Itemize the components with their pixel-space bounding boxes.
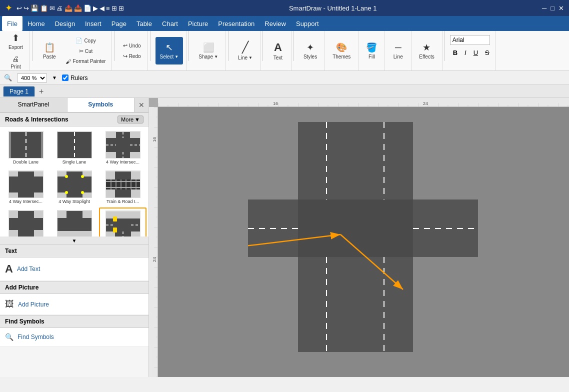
more-button[interactable]: More ▼ xyxy=(118,116,144,124)
styles-label: Styles xyxy=(304,54,317,60)
menu-item-home[interactable]: Home xyxy=(22,16,50,31)
strikethrough-button[interactable]: S xyxy=(482,48,492,58)
rulers-checkbox-label[interactable]: Rulers xyxy=(62,74,88,82)
line-style-button[interactable]: ─ Line xyxy=(388,37,408,64)
styles-button[interactable]: ✦ Styles xyxy=(299,37,322,64)
symbols-tab[interactable]: Symbols xyxy=(68,98,135,112)
export-button[interactable]: ⬆ Export xyxy=(5,30,26,52)
svg-rect-47 xyxy=(113,228,117,232)
symbol-t-intersection-1[interactable]: T-Intersection xyxy=(50,208,98,236)
canvas-content[interactable] xyxy=(158,107,569,377)
symbol-4way-stoplight[interactable]: 4 Way Stoplight xyxy=(50,168,98,206)
qa-doc1[interactable]: 📄 xyxy=(84,4,92,12)
fill-group: 🪣 Fill xyxy=(358,31,385,70)
svg-point-22 xyxy=(81,191,84,194)
underline-button[interactable]: U xyxy=(470,48,481,58)
paste-button[interactable]: 📋 Paste xyxy=(38,36,62,66)
symbol-4way-1[interactable]: 4 Way Intersec... xyxy=(99,128,146,167)
select-button[interactable]: ↖ Select ▼ xyxy=(156,37,184,64)
svg-rect-15 xyxy=(9,176,43,192)
svg-point-20 xyxy=(81,175,84,178)
zoom-dropdown-icon[interactable]: ▼ xyxy=(52,75,57,80)
fill-button[interactable]: 🪣 Fill xyxy=(362,37,382,64)
symbol-double-lane[interactable]: Double Lane xyxy=(2,128,50,167)
effects-icon: ★ xyxy=(422,42,430,53)
add-text-row[interactable]: A Add Text xyxy=(5,260,144,278)
panel-close-button[interactable]: ✕ xyxy=(134,98,148,112)
zoom-select[interactable]: 400 % xyxy=(17,74,47,82)
smartpanel-tab[interactable]: SmartPanel xyxy=(0,98,68,112)
qa-import[interactable]: 📥 xyxy=(74,4,82,12)
qa-export[interactable]: 📤 xyxy=(64,4,72,12)
symbol-preview-8 xyxy=(57,210,92,236)
print-button[interactable]: 🖨 Print xyxy=(6,53,26,72)
qa-box2[interactable]: ⊞ xyxy=(118,4,124,12)
add-text-icon: A xyxy=(5,262,13,276)
redo-button[interactable]: ↪ Redo xyxy=(120,52,144,61)
qa-back[interactable]: ↩ xyxy=(16,4,22,12)
italic-button[interactable]: I xyxy=(462,48,470,58)
find-symbols-row[interactable]: 🔍 Find Symbols xyxy=(5,331,144,343)
menu-item-table[interactable]: Table xyxy=(132,16,157,31)
print-label: Print xyxy=(10,64,21,70)
add-page-button[interactable]: + xyxy=(37,87,46,96)
symbol-4way-2[interactable]: 4 Way Intersec... xyxy=(2,168,50,206)
qa-box1[interactable]: ⊞ xyxy=(112,4,117,12)
shape-button[interactable]: ⬜ Shape ▼ xyxy=(194,37,222,64)
svg-point-21 xyxy=(65,191,68,194)
qa-print[interactable]: 🖨 xyxy=(56,4,63,12)
symbol-intersection[interactable]: Intersection xyxy=(2,208,50,236)
maximize-btn[interactable]: □ xyxy=(550,4,554,12)
qa-forward[interactable]: ↪ xyxy=(24,4,29,12)
line-style-icon: ─ xyxy=(395,42,402,53)
bold-button[interactable]: B xyxy=(450,48,460,58)
themes-button[interactable]: 🎨 Themes xyxy=(328,37,355,64)
menu-item-support[interactable]: Support xyxy=(291,16,324,31)
canvas-area[interactable]: 16 24 16 24 xyxy=(149,98,569,377)
qa-play[interactable]: ▶ xyxy=(93,4,98,12)
find-section-title: Find Symbols xyxy=(5,318,44,325)
cut-icon: ✂ xyxy=(79,48,84,54)
copy-button[interactable]: 📄 Copy xyxy=(63,36,108,46)
symbol-single-lane[interactable]: Single Lane xyxy=(50,128,98,167)
qa-back2[interactable]: ◀ xyxy=(100,4,104,12)
menu-item-picture[interactable]: Picture xyxy=(183,16,213,31)
menu-item-presentation[interactable]: Presentation xyxy=(213,16,260,31)
qa-email[interactable]: ✉ xyxy=(50,4,55,12)
font-name-input[interactable] xyxy=(450,35,490,45)
symbol-train-road[interactable]: Train & Road I... xyxy=(99,168,146,206)
menu-item-file[interactable]: File xyxy=(2,16,22,31)
menu-item-page[interactable]: Page xyxy=(106,16,132,31)
page-tab-1[interactable]: Page 1 xyxy=(3,86,35,96)
text-button[interactable]: A Text xyxy=(268,37,288,64)
print-icon: 🖨 xyxy=(12,55,19,63)
symbols-scroll-down[interactable]: ▼ xyxy=(0,236,148,244)
line-button[interactable]: ╱ Line ▼ xyxy=(234,37,257,64)
sep3 xyxy=(150,31,150,61)
qa-new[interactable]: 📋 xyxy=(40,4,48,12)
menu-item-chart[interactable]: Chart xyxy=(157,16,183,31)
sep5 xyxy=(228,31,228,61)
menu-item-review[interactable]: Review xyxy=(260,16,291,31)
shape-group: ⬜ Shape ▼ xyxy=(191,31,226,70)
undo-button[interactable]: ↩ Undo xyxy=(120,41,144,50)
effects-button[interactable]: ★ Effects xyxy=(414,37,438,64)
close-btn[interactable]: ✕ xyxy=(558,4,564,12)
find-symbols-icon: 🔍 xyxy=(5,333,14,341)
sep8 xyxy=(444,31,445,61)
symbol-t-intersection-2[interactable]: T-Intersection xyxy=(99,208,146,236)
cut-button[interactable]: ✂ Cut xyxy=(63,46,108,56)
minimize-btn[interactable]: ─ xyxy=(542,4,546,12)
sep2 xyxy=(114,31,114,61)
sep7 xyxy=(294,31,294,61)
svg-rect-36 xyxy=(9,218,43,230)
road-intersection-diagram xyxy=(248,122,473,362)
menu-item-design[interactable]: Design xyxy=(50,16,80,31)
window-controls: ─ □ ✕ xyxy=(542,4,564,12)
qa-save[interactable]: 💾 xyxy=(30,4,38,12)
add-picture-row[interactable]: 🖼 Add Picture xyxy=(5,297,144,312)
qa-menu[interactable]: ≡ xyxy=(106,4,110,12)
menu-item-insert[interactable]: Insert xyxy=(80,16,106,31)
format-painter-button[interactable]: 🖌 Format Painter xyxy=(63,57,108,66)
rulers-checkbox[interactable] xyxy=(62,74,68,81)
